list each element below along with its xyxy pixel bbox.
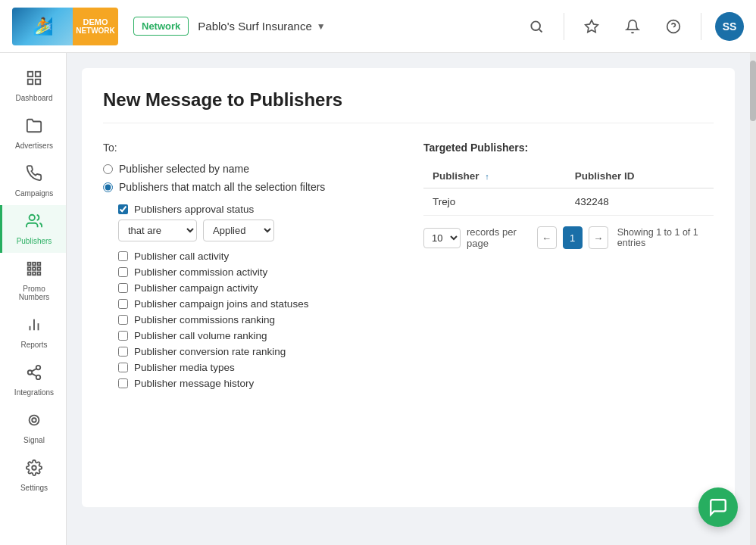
sort-arrow-icon: ↑	[485, 172, 489, 181]
filters-section: Publishers approval status that are that…	[118, 204, 393, 389]
svg-rect-17	[33, 272, 36, 276]
bell-icon	[625, 19, 640, 34]
help-icon	[666, 19, 681, 34]
table-row: Trejo 432248	[423, 188, 714, 216]
checkbox-commission-activity-label: Publisher commission activity	[134, 266, 267, 278]
checkbox-message-history-input[interactable]	[118, 378, 128, 388]
advertisers-icon	[26, 117, 42, 139]
sidebar-item-settings[interactable]: Settings	[0, 452, 66, 500]
col-publisher[interactable]: Publisher ↑	[423, 164, 566, 188]
page-1-button[interactable]: 1	[563, 226, 583, 249]
advertiser-dropdown[interactable]: Pablo's Surf Insurance ▼	[198, 20, 325, 33]
chat-icon	[708, 497, 728, 517]
sidebar-item-dashboard[interactable]: Dashboard	[0, 62, 66, 110]
favorites-button[interactable]	[578, 13, 605, 40]
sidebar: Dashboard Advertisers Campaigns Publishe…	[0, 53, 67, 545]
svg-point-28	[30, 416, 39, 425]
filter-approval-select[interactable]: Applied Approved Rejected	[203, 220, 274, 241]
chevron-down-icon: ▼	[317, 21, 326, 32]
checkbox-approval[interactable]: Publishers approval status	[118, 204, 393, 215]
checkbox-campaign-joins-input[interactable]	[118, 299, 128, 309]
checkbox-campaign-activity-label: Publisher campaign activity	[134, 282, 258, 294]
radio-by-name[interactable]: Publisher selected by name	[103, 163, 393, 175]
showing-label: Showing 1 to 1 of 1 entries	[617, 227, 714, 248]
checkbox-media-types-input[interactable]	[118, 363, 128, 372]
star-icon	[584, 19, 599, 34]
checkbox-call-activity[interactable]: Publisher call activity	[118, 251, 393, 262]
checkbox-approval-input[interactable]	[118, 204, 128, 214]
checkbox-media-types[interactable]: Publisher media types	[118, 362, 393, 373]
logo[interactable]: DEMO NETWORK	[12, 8, 118, 45]
sidebar-item-dashboard-label: Dashboard	[16, 94, 53, 102]
checkbox-call-activity-input[interactable]	[118, 251, 128, 261]
network-badge[interactable]: Network	[133, 17, 189, 36]
svg-line-26	[32, 369, 36, 372]
sidebar-item-signal-label: Signal	[23, 436, 45, 444]
sidebar-item-campaigns[interactable]: Campaigns	[0, 157, 66, 205]
avatar[interactable]: SS	[715, 12, 744, 41]
per-page-select[interactable]: 10 25 50	[423, 228, 461, 248]
logo-wave	[12, 8, 73, 45]
next-page-button[interactable]: →	[589, 226, 608, 249]
form-right: Targeted Publishers: Publisher ↑ Publ	[423, 142, 714, 394]
checkbox-call-volume-ranking-input[interactable]	[118, 331, 128, 341]
checkbox-campaign-activity-input[interactable]	[118, 283, 128, 293]
filter-status-select[interactable]: that are that are not	[118, 220, 197, 241]
svg-rect-13	[28, 267, 31, 270]
vertical-scrollbar[interactable]	[750, 53, 756, 545]
sidebar-item-reports[interactable]: Reports	[0, 309, 66, 357]
svg-point-29	[32, 466, 36, 470]
sidebar-item-publishers[interactable]: Publishers	[0, 205, 66, 253]
prev-page-button[interactable]: ←	[537, 226, 557, 249]
radio-by-filter[interactable]: Publishers that match all the selection …	[103, 181, 393, 193]
checkbox-commissions-ranking-label: Publisher commissions ranking	[134, 314, 275, 325]
reports-icon	[26, 316, 42, 338]
svg-rect-16	[28, 272, 31, 276]
sidebar-item-campaigns-label: Campaigns	[15, 189, 54, 198]
sidebar-item-integrations-label: Integrations	[14, 388, 54, 397]
checkbox-conversion-rate-ranking-input[interactable]	[118, 347, 128, 357]
checkbox-commissions-ranking[interactable]: Publisher commissions ranking	[118, 314, 393, 325]
main-content: New Message to Publishers To: Publisher …	[67, 53, 750, 545]
publishers-icon	[26, 213, 42, 234]
checkbox-commission-activity-input[interactable]	[118, 267, 128, 277]
col-publisher-label: Publisher	[433, 170, 480, 182]
checkbox-message-history[interactable]: Publisher message history	[118, 378, 393, 389]
checkbox-commission-activity[interactable]: Publisher commission activity	[118, 266, 393, 278]
svg-point-27	[32, 418, 36, 422]
radio-by-filter-input[interactable]	[103, 182, 113, 192]
svg-line-25	[32, 373, 36, 376]
svg-marker-2	[586, 20, 598, 32]
svg-point-24	[36, 375, 41, 380]
radio-by-name-input[interactable]	[103, 164, 113, 174]
checkbox-conversion-rate-ranking-label: Publisher conversion rate ranking	[134, 346, 286, 357]
campaigns-icon	[26, 165, 42, 186]
checkbox-call-volume-ranking[interactable]: Publisher call volume ranking	[118, 330, 393, 341]
records-per-page-label: records per page	[467, 226, 531, 249]
help-button[interactable]	[660, 13, 687, 40]
checkbox-conversion-rate-ranking[interactable]: Publisher conversion rate ranking	[118, 346, 393, 357]
checkbox-call-volume-ranking-label: Publisher call volume ranking	[134, 330, 267, 341]
pagination-row: 10 25 50 records per page ← 1 → Showing …	[423, 226, 714, 249]
radio-by-name-label: Publisher selected by name	[119, 163, 249, 175]
checkbox-commissions-ranking-input[interactable]	[118, 315, 128, 325]
nav-divider-2	[701, 13, 701, 40]
checkbox-campaign-joins[interactable]: Publisher campaign joins and statuses	[118, 298, 393, 310]
svg-rect-15	[38, 267, 41, 270]
radio-group: Publisher selected by name Publishers th…	[103, 163, 393, 193]
top-navigation: DEMO NETWORK Network Pablo's Surf Insura…	[0, 0, 756, 53]
col-publisher-id-label: Publisher ID	[575, 170, 635, 182]
svg-point-0	[531, 21, 540, 30]
form-body: To: Publisher selected by name Publisher…	[103, 142, 714, 394]
svg-rect-10	[28, 263, 31, 266]
sidebar-item-signal[interactable]: Signal	[0, 404, 66, 452]
sidebar-item-advertisers[interactable]: Advertisers	[0, 110, 66, 157]
checkbox-campaign-activity[interactable]: Publisher campaign activity	[118, 282, 393, 294]
page-title: New Message to Publishers	[103, 89, 714, 123]
search-button[interactable]	[523, 13, 550, 40]
sidebar-item-promo-numbers[interactable]: Promo Numbers	[0, 253, 66, 309]
notifications-button[interactable]	[619, 13, 646, 40]
radio-by-filter-label: Publishers that match all the selection …	[119, 181, 325, 193]
chat-bubble-button[interactable]	[698, 487, 738, 527]
sidebar-item-integrations[interactable]: Integrations	[0, 357, 66, 404]
